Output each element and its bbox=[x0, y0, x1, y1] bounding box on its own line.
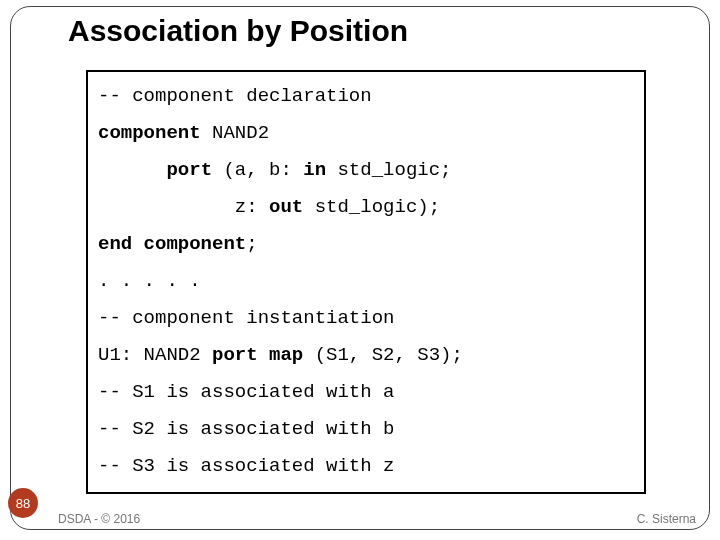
page-number-badge: 88 bbox=[8, 488, 38, 518]
code-line-11: -- S3 is associated with z bbox=[98, 448, 634, 485]
kw-endcomponent: end component bbox=[98, 233, 246, 255]
code-line-7: -- component instantiation bbox=[98, 300, 634, 337]
ident-nand2: NAND2 bbox=[201, 122, 269, 144]
code-line-3: port (a, b: in std_logic; bbox=[98, 152, 634, 189]
code-line-5: end component; bbox=[98, 226, 634, 263]
kw-out: out bbox=[269, 196, 303, 218]
code-box: -- component declaration component NAND2… bbox=[86, 70, 646, 494]
code-line-4: z: out std_logic); bbox=[98, 189, 634, 226]
code-line-10: -- S2 is associated with b bbox=[98, 411, 634, 448]
code-line-8: U1: NAND2 port map (S1, S2, S3); bbox=[98, 337, 634, 374]
port-z: z: bbox=[235, 196, 269, 218]
type-stdlogic-2: std_logic); bbox=[303, 196, 440, 218]
code-line-2: component NAND2 bbox=[98, 115, 634, 152]
inst-u1: U1: NAND2 bbox=[98, 344, 212, 366]
code-line-6: . . . . . bbox=[98, 263, 634, 300]
indent-3 bbox=[98, 159, 166, 181]
kw-portmap: port map bbox=[212, 344, 303, 366]
indent-4 bbox=[98, 196, 235, 218]
ports-ab: (a, b: bbox=[212, 159, 303, 181]
code-line-1: -- component declaration bbox=[98, 78, 634, 115]
kw-in: in bbox=[303, 159, 326, 181]
semi-1: ; bbox=[246, 233, 257, 255]
footer-left: DSDA - © 2016 bbox=[58, 512, 140, 526]
type-stdlogic-1: std_logic; bbox=[326, 159, 451, 181]
slide-title: Association by Position bbox=[68, 14, 408, 48]
kw-component: component bbox=[98, 122, 201, 144]
slide: Association by Position -- component dec… bbox=[0, 0, 720, 540]
code-line-9: -- S1 is associated with a bbox=[98, 374, 634, 411]
kw-port: port bbox=[166, 159, 212, 181]
footer-right: C. Sisterna bbox=[637, 512, 696, 526]
portmap-args: (S1, S2, S3); bbox=[303, 344, 463, 366]
